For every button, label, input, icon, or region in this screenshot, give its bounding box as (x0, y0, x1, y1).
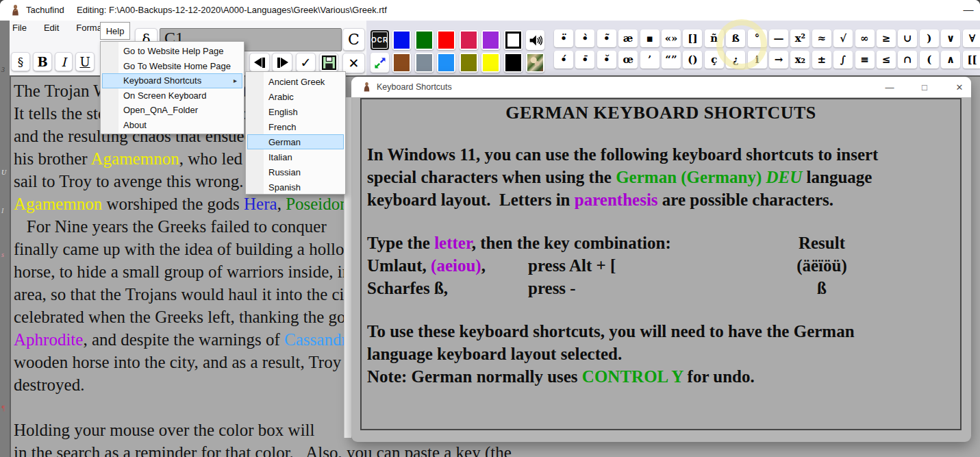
special-char-button[interactable]: ç (705, 51, 724, 69)
text-segment: language (802, 168, 872, 186)
special-char-button[interactable]: ) (920, 29, 939, 47)
accept-button[interactable]: ✓ (296, 53, 316, 72)
minimize-button[interactable]: — (960, 1, 977, 17)
special-char-button[interactable]: ∩ (898, 51, 917, 69)
special-char-button[interactable]: •̄ (575, 51, 594, 69)
special-char-button[interactable]: ± (812, 51, 831, 69)
special-char-button[interactable]: •̈ (554, 29, 573, 47)
language-item-russian[interactable]: Russian (246, 164, 345, 180)
swatch-fill (416, 32, 432, 49)
special-char-button[interactable]: •̀ (575, 29, 594, 47)
special-char-button[interactable]: ñ (705, 29, 724, 47)
color-swatch[interactable] (481, 53, 500, 73)
special-char-button[interactable]: “” (662, 51, 681, 69)
special-char-button[interactable]: x₂ (790, 51, 809, 69)
language-item-ancient-greek[interactable]: Ancient Greek (246, 74, 345, 89)
special-char-button[interactable]: x² (790, 29, 809, 47)
special-char-button[interactable]: ∧ (941, 51, 960, 69)
next-button[interactable] (272, 53, 292, 72)
section-button[interactable]: § (11, 52, 30, 71)
c-button[interactable]: C (342, 28, 365, 51)
color-swatch[interactable] (481, 30, 500, 50)
special-char-button[interactable]: æ (618, 29, 638, 47)
special-char-button[interactable]: [[ (963, 51, 980, 69)
help-menu-item-on-screen-keyboard[interactable]: On Screen Keyboard (101, 88, 244, 103)
special-char-button[interactable]: ∞ (855, 29, 875, 47)
special-char-button[interactable]: [] (683, 29, 702, 47)
ocr-button[interactable]: OCR (370, 30, 389, 50)
bold-button[interactable]: B (33, 52, 52, 71)
strip-mark: ¶ (1, 404, 5, 412)
document-line: finally came up with the idea of buildin… (14, 238, 357, 260)
dialog-maximize-button[interactable]: □ (917, 80, 932, 94)
save-button[interactable] (319, 53, 338, 72)
special-char-button[interactable]: •̆ (597, 51, 616, 69)
dialog-close-button[interactable]: ✕ (952, 80, 967, 94)
close-x-button[interactable]: ✕ (342, 53, 365, 73)
special-char-button[interactable]: ≥ (877, 29, 896, 47)
language-item-french[interactable]: French (246, 119, 345, 134)
language-item-german[interactable]: German (247, 134, 344, 149)
help-menu-item-go-to-website-help-page[interactable]: Go to Website Help Page (101, 44, 244, 59)
language-item-italian[interactable]: Italian (246, 149, 345, 164)
special-char-button[interactable]: () (683, 51, 702, 69)
text-segment: In Windows 11, you can use the following… (367, 145, 878, 164)
italic-button[interactable]: I (55, 52, 73, 71)
special-char-button[interactable]: •́ (554, 51, 573, 69)
color-swatch[interactable] (392, 53, 411, 73)
special-char-button[interactable]: ≈ (812, 29, 831, 47)
menu-edit[interactable]: Edit (44, 23, 59, 33)
special-char-button[interactable]: «» (662, 29, 681, 47)
special-char-button[interactable]: ≡ (855, 51, 875, 69)
special-char-button[interactable]: — (769, 29, 788, 47)
language-item-english[interactable]: English (246, 104, 345, 119)
special-char-button[interactable]: i (748, 51, 767, 69)
document-line: For Nine years the Greeks failed to conq… (14, 215, 327, 238)
dialog-minimize-button[interactable]: — (882, 80, 897, 94)
special-char-button[interactable]: → (769, 51, 788, 69)
color-swatch[interactable] (415, 30, 434, 50)
special-char-button[interactable]: ¿ (726, 51, 745, 69)
swap-arrows-button[interactable] (370, 53, 389, 73)
color-swatch[interactable] (437, 53, 455, 73)
special-char-button[interactable]: ( (920, 51, 939, 69)
color-swatch[interactable] (415, 53, 434, 73)
intro-line: special characters when using the German… (367, 166, 878, 188)
title-bar: Tachufind Editing: F:\A00-Backups-12-12-… (0, 0, 980, 21)
text-segment: special characters when using the (367, 168, 616, 186)
color-swatch[interactable] (504, 30, 523, 50)
special-char-button[interactable]: ° (748, 29, 767, 47)
special-char-button[interactable]: √ (833, 29, 853, 47)
menu-file[interactable]: File (12, 23, 27, 33)
image-button[interactable] (526, 53, 544, 73)
prev-button[interactable] (249, 53, 270, 72)
special-char-button[interactable]: ß (726, 29, 745, 47)
color-swatch[interactable] (392, 30, 411, 50)
menu-help[interactable]: Help (100, 22, 130, 40)
language-item-arabic[interactable]: Arabic (246, 89, 345, 104)
bar-icon (262, 58, 265, 68)
color-swatch[interactable] (504, 53, 523, 73)
special-char-button[interactable]: ∪ (898, 29, 917, 47)
help-menu-item-about[interactable]: About (101, 118, 244, 133)
color-swatch[interactable] (460, 53, 478, 73)
special-char-button[interactable]: œ (618, 51, 638, 69)
special-char-button[interactable]: •̃ (597, 29, 616, 47)
document-line: area, so that the Trojans would haul it … (14, 283, 357, 306)
language-item-spanish[interactable]: Spanish (246, 180, 345, 195)
special-char-button[interactable]: ’ (640, 51, 659, 69)
color-swatch[interactable] (460, 30, 478, 50)
special-char-button[interactable]: ∨ (941, 29, 960, 47)
help-menu-item-go-to-website-home-page[interactable]: Go To Website Home Page (101, 59, 244, 74)
text-segment: Holding your mouse over the color box wi… (14, 421, 319, 439)
help-menu-item-keyboard-shortcuts[interactable]: Keyboard Shortcuts▸ (102, 73, 242, 88)
strip-mark: 3 (1, 66, 5, 73)
help-menu-item-open-qna-folder[interactable]: Open_QnA_Folder (101, 103, 244, 118)
special-char-button[interactable]: ≤ (877, 51, 896, 69)
speaker-button[interactable] (526, 30, 544, 50)
color-swatch[interactable] (437, 30, 455, 50)
special-char-button[interactable]: ∀ (963, 29, 980, 47)
special-char-button[interactable]: ∫ (833, 51, 853, 69)
special-char-button[interactable]: ▪ (640, 29, 659, 47)
underline-button[interactable]: U (75, 52, 95, 71)
